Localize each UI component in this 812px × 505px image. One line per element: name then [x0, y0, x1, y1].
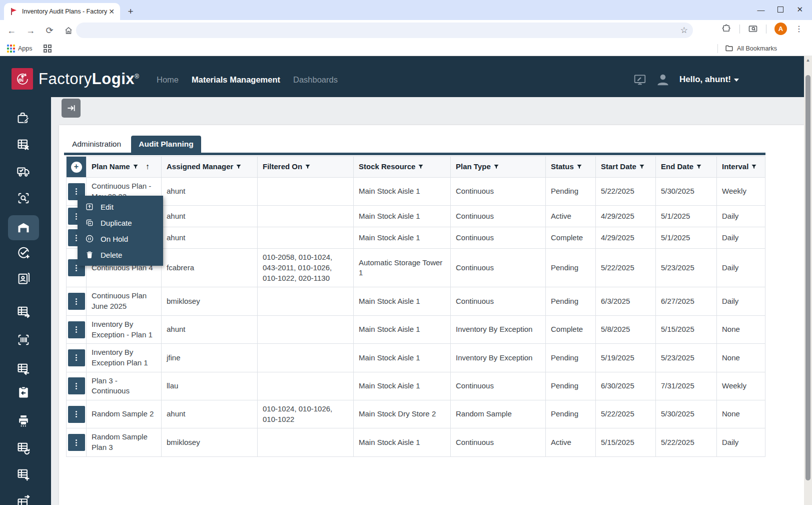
window-maximize-button[interactable]: [777, 7, 783, 13]
address-bar[interactable]: ☆: [76, 23, 693, 38]
back-icon[interactable]: ←: [4, 23, 19, 38]
side-panel-search-icon[interactable]: [748, 24, 758, 34]
row-menu-button[interactable]: [68, 349, 85, 366]
cell-stock-resource: Main Stock Aisle 1: [354, 178, 451, 206]
row-action-cell: [67, 287, 87, 315]
sidebar-item-truck-check[interactable]: [8, 159, 39, 184]
filter-icon[interactable]: [415, 162, 424, 171]
profile-avatar[interactable]: A: [774, 23, 787, 35]
column-header-interval[interactable]: Interval: [717, 157, 765, 178]
apps-grid-icon[interactable]: [7, 45, 15, 53]
sidebar-collapse-button[interactable]: [62, 99, 81, 118]
window-minimize-button[interactable]: —: [757, 6, 764, 14]
sort-asc-icon[interactable]: ↑: [146, 162, 150, 171]
sidebar-item-table-remove[interactable]: [8, 132, 39, 157]
cell-stock-resource: Main Stock Dry Store 2: [354, 400, 451, 428]
context-menu-item-edit[interactable]: Edit: [78, 199, 163, 215]
cell-status: Pending: [546, 400, 596, 428]
column-header-filtered-on[interactable]: Filtered On: [258, 157, 354, 178]
cell-stock-resource: Automatic Storage Tower 1: [354, 249, 451, 287]
sidebar-item-printer[interactable]: [8, 408, 39, 433]
cell-assigned-manager: llau: [162, 372, 258, 400]
cell-assigned-manager: jfine: [162, 344, 258, 372]
tab-underline: [64, 153, 765, 155]
column-header-plan-type[interactable]: Plan Type: [451, 157, 546, 178]
kiosk-monitor-icon[interactable]: [633, 73, 646, 86]
filter-icon[interactable]: [491, 162, 499, 171]
filter-icon[interactable]: [748, 162, 757, 171]
row-menu-button[interactable]: [68, 293, 85, 310]
filter-icon[interactable]: [574, 162, 582, 171]
sidebar-item-table-arrow-right[interactable]: [8, 299, 39, 324]
column-header-plan-name[interactable]: Plan Name↑: [87, 157, 162, 178]
cell-plan-name: Continuous Plan June 2025: [87, 287, 162, 315]
scroll-up-icon[interactable]: ▲: [804, 56, 812, 65]
factorylogix-logo-icon[interactable]: [12, 68, 33, 90]
window-close-button[interactable]: ✕: [796, 5, 803, 14]
browser-tab[interactable]: Inventory Audit Plans - FactoryL ✕: [4, 3, 120, 20]
filter-icon[interactable]: [693, 162, 702, 171]
row-menu-button[interactable]: [68, 406, 85, 423]
column-header-end-date[interactable]: End Date: [656, 157, 717, 178]
filter-icon[interactable]: [302, 162, 311, 171]
cell-plan-type: Continuous: [451, 227, 546, 249]
row-menu-button[interactable]: [68, 321, 85, 338]
page-scrollbar[interactable]: ▲: [804, 56, 812, 505]
reload-icon[interactable]: ⟳: [42, 23, 57, 38]
context-menu-item-delete[interactable]: Delete: [78, 247, 163, 263]
grid-icon[interactable]: [44, 45, 52, 53]
browser-menu-icon[interactable]: ⋮: [795, 24, 803, 34]
cell-assigned-manager: bmiklosey: [162, 428, 258, 456]
printer-icon: [17, 413, 31, 427]
filter-icon[interactable]: [130, 162, 139, 171]
context-menu-item-duplicate[interactable]: Duplicate: [78, 215, 163, 231]
sidebar-item-id-badge[interactable]: [8, 266, 39, 291]
tab-audit-planning[interactable]: Audit Planning: [131, 136, 201, 153]
sidebar-item-table-refresh[interactable]: [8, 435, 39, 460]
sidebar-item-check-plus[interactable]: [8, 240, 39, 265]
home-icon[interactable]: [61, 23, 76, 38]
sidebar-item-scan-search[interactable]: [8, 186, 39, 211]
nav-link-dashboards[interactable]: Dashboards: [293, 75, 338, 85]
nav-link-home[interactable]: Home: [157, 75, 179, 85]
add-plan-icon[interactable]: +: [71, 162, 82, 173]
table-transfer-icon: [17, 495, 31, 505]
add-plan-header-cell[interactable]: +: [67, 157, 87, 178]
column-header-start-date[interactable]: Start Date: [596, 157, 656, 178]
app-header: FactoryLogix® HomeMaterials ManagementDa…: [0, 56, 804, 97]
column-header-status[interactable]: Status: [546, 157, 596, 178]
id-badge-icon: [17, 271, 31, 285]
table-row: ahuntMain Stock Aisle 1ContinuousActive4…: [67, 206, 765, 227]
new-tab-button[interactable]: +: [124, 5, 137, 18]
column-header-stock-resource[interactable]: Stock Resource: [354, 157, 451, 178]
sidebar-item-clipboard-return[interactable]: [8, 380, 39, 405]
user-menu[interactable]: Hello, ahunt!: [679, 75, 739, 85]
sidebar-item-table-transfer[interactable]: [8, 489, 39, 505]
sidebar-item-briefcase-edit[interactable]: [8, 106, 39, 131]
cell-end-date: 5/30/2025: [656, 178, 717, 206]
bookmark-star-icon[interactable]: ☆: [680, 25, 688, 36]
scrollbar-thumb[interactable]: [805, 75, 810, 480]
filter-icon[interactable]: [233, 162, 242, 171]
scan-search-icon: [17, 191, 31, 205]
extensions-icon[interactable]: [722, 24, 731, 34]
sidebar-item-warehouse[interactable]: [8, 215, 39, 240]
user-icon[interactable]: [655, 72, 670, 87]
context-menu-item-on-hold[interactable]: On Hold: [78, 231, 163, 247]
sidebar-item-table-arrow-left[interactable]: [8, 356, 39, 381]
apps-label[interactable]: Apps: [18, 45, 33, 52]
column-header-assigned-manager[interactable]: Assigned Manager: [162, 157, 258, 178]
forward-icon[interactable]: →: [23, 23, 38, 38]
all-bookmarks-label[interactable]: All Bookmarks: [737, 45, 777, 52]
tab-close-icon[interactable]: ✕: [107, 7, 116, 16]
filter-icon[interactable]: [636, 162, 645, 171]
cell-interval: Daily: [717, 249, 765, 287]
cell-interval: None: [717, 315, 765, 343]
row-menu-button[interactable]: [68, 434, 85, 451]
sidebar-item-barcode-scan[interactable]: [8, 327, 39, 352]
tab-administration[interactable]: Administration: [64, 136, 129, 153]
sidebar-item-table-add[interactable]: [8, 462, 39, 487]
row-menu-button[interactable]: [68, 377, 85, 394]
nav-link-materials-management[interactable]: Materials Management: [192, 75, 280, 85]
cell-start-date: 5/22/2025: [596, 249, 656, 287]
